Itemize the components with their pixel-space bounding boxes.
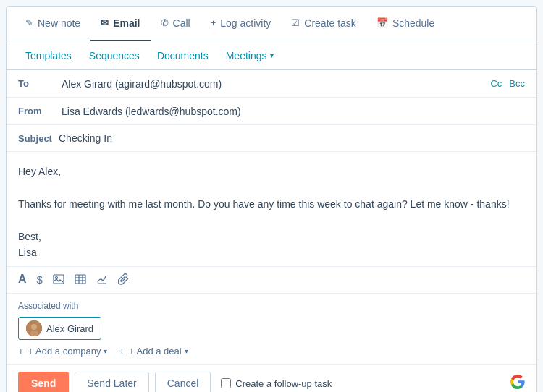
svg-rect-0 (54, 275, 64, 284)
add-deal-chevron-icon: ▾ (185, 347, 188, 355)
email-footer: Send Send Later Cancel Create a follow-u… (7, 364, 536, 392)
follow-up-checkbox[interactable] (221, 378, 231, 388)
table-icon[interactable] (75, 273, 86, 285)
nav-sequences[interactable]: Sequences (82, 47, 147, 64)
chevron-down-icon: ▾ (270, 51, 274, 59)
tab-email[interactable]: ✉ Email (90, 7, 150, 41)
add-deal-button[interactable]: + + Add a deal ▾ (119, 346, 188, 357)
email-body[interactable]: Hey Alex, Thanks for meeting with me las… (7, 152, 536, 266)
associated-label: Associated with (18, 301, 525, 311)
tab-new-note[interactable]: ✎ New note (15, 7, 90, 41)
top-navigation: ✎ New note ✉ Email ✆ Call + Log activity… (7, 7, 536, 41)
associated-actions: + + Add a company ▾ + + Add a deal ▾ (18, 346, 525, 357)
bcc-button[interactable]: Bcc (509, 78, 525, 89)
tab-call[interactable]: ✆ Call (151, 7, 201, 41)
from-field: From Lisa Edwards (ledwards@hubspot.com) (7, 98, 536, 125)
associated-with-section: Associated with Alex Girard + + Add a co… (7, 293, 536, 364)
to-field: To Alex Girard (agirard@hubspot.com) Cc … (7, 70, 536, 98)
from-label: From (18, 106, 59, 116)
image-icon[interactable] (53, 273, 64, 285)
tab-create-task[interactable]: ☑ Create task (281, 7, 366, 41)
body-content: Thanks for meeting with me last month. D… (18, 196, 525, 212)
signature-icon[interactable] (96, 273, 108, 285)
secondary-navigation: Templates Sequences Documents Meetings ▾ (7, 41, 536, 70)
tab-schedule[interactable]: 📅 Schedule (366, 7, 445, 41)
font-icon[interactable]: A (18, 273, 27, 286)
tab-log-activity[interactable]: + Log activity (201, 7, 282, 41)
snippet-icon[interactable]: $ (37, 273, 43, 286)
add-company-button[interactable]: + + Add a company ▾ (18, 346, 107, 357)
svg-rect-2 (75, 275, 85, 284)
send-button[interactable]: Send (18, 372, 69, 392)
cc-bcc-actions: Cc Bcc (490, 78, 525, 89)
add-company-chevron-icon: ▾ (104, 347, 107, 355)
to-value[interactable]: Alex Girard (agirard@hubspot.com) (62, 78, 490, 90)
to-label: To (18, 78, 59, 89)
body-greeting: Hey Alex, (18, 163, 525, 179)
cc-button[interactable]: Cc (490, 78, 502, 89)
contact-name: Alex Girard (46, 323, 93, 334)
nav-documents[interactable]: Documents (150, 47, 216, 64)
body-sign-off: Best, (18, 229, 525, 244)
google-icon[interactable] (510, 375, 525, 392)
email-icon: ✉ (101, 17, 109, 28)
add-deal-plus-icon: + (119, 346, 125, 357)
task-icon: ☑ (291, 17, 300, 28)
cancel-button[interactable]: Cancel (155, 372, 211, 392)
new-note-icon: ✎ (25, 17, 33, 28)
attach-icon[interactable] (118, 273, 130, 285)
nav-templates[interactable]: Templates (18, 47, 79, 64)
send-later-button[interactable]: Send Later (75, 372, 149, 392)
avatar (26, 320, 42, 336)
nav-meetings[interactable]: Meetings ▾ (219, 47, 281, 64)
contact-tag[interactable]: Alex Girard (18, 317, 101, 340)
svg-point-10 (30, 331, 38, 336)
associated-tags: Alex Girard (18, 317, 525, 340)
calendar-icon: 📅 (376, 17, 388, 28)
svg-point-9 (31, 324, 37, 330)
subject-field: Subject Checking In (7, 125, 536, 152)
subject-value[interactable]: Checking In (59, 132, 112, 144)
subject-label: Subject (18, 133, 59, 144)
body-signature: Lisa (18, 244, 525, 260)
email-compose-panel: ✎ New note ✉ Email ✆ Call + Log activity… (6, 6, 537, 392)
from-value[interactable]: Lisa Edwards (ledwards@hubspot.com) (62, 106, 525, 117)
formatting-toolbar: A $ (7, 266, 536, 293)
plus-icon: + (211, 17, 216, 28)
svg-point-1 (55, 277, 57, 279)
add-company-plus-icon: + (18, 346, 24, 357)
call-icon: ✆ (161, 17, 169, 28)
follow-up-task-label[interactable]: Create a follow-up task (221, 378, 332, 389)
